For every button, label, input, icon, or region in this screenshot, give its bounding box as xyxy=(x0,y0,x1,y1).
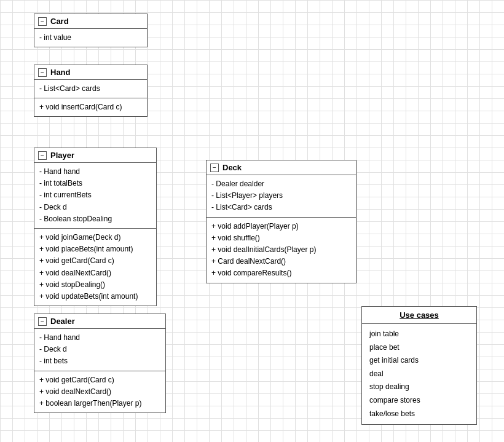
attr-player-1: - int totalBets xyxy=(39,178,151,189)
use-cases-box: Use cases join table place bet get initi… xyxy=(361,306,477,425)
class-deck-methods: + void addPlayer(Player p) + void shuffl… xyxy=(207,218,356,283)
attr-deck-0: - Dealer dealder xyxy=(211,178,351,190)
method-dealer-1: + void dealNextCard() xyxy=(39,386,160,398)
attr-player-0: - Hand hand xyxy=(39,166,151,178)
class-hand-methods: + void insertCard(Card c) xyxy=(34,98,147,116)
use-case-4: stop dealing xyxy=(369,381,469,394)
collapse-icon-dealer[interactable]: − xyxy=(38,317,47,326)
method-player-0: + void joinGame(Deck d) xyxy=(39,232,151,243)
method-deck-3: + Card dealNextCard() xyxy=(211,256,351,267)
class-player: − Player - Hand hand - int totalBets - i… xyxy=(34,148,157,306)
attr-dealer-2: - int bets xyxy=(39,355,160,367)
class-hand: − Hand - List<Card> cards + void insertC… xyxy=(34,65,148,117)
use-case-2: get initial cards xyxy=(369,354,469,368)
method-player-4: + void stopDealing() xyxy=(39,279,151,291)
class-deck-title: Deck xyxy=(222,163,242,172)
collapse-icon-player[interactable]: − xyxy=(38,151,47,160)
use-case-6: take/lose bets xyxy=(369,408,469,421)
class-deck: − Deck - Dealer dealder - List<Player> p… xyxy=(206,160,356,283)
class-dealer-title: Dealer xyxy=(50,317,75,326)
attr-player-4: - Boolean stopDealing xyxy=(39,213,151,225)
class-card-header: − Card xyxy=(34,14,147,29)
use-case-5: compare stores xyxy=(369,394,469,408)
class-player-title: Player xyxy=(50,151,74,160)
class-dealer: − Dealer - Hand hand - Deck d - int bets… xyxy=(34,314,166,413)
method-deck-4: + void compareResults() xyxy=(211,267,351,279)
class-dealer-attributes: - Hand hand - Deck d - int bets xyxy=(34,329,165,371)
use-case-1: place bet xyxy=(369,341,469,355)
class-dealer-methods: + void getCard(Card c) + void dealNextCa… xyxy=(34,371,165,413)
class-player-attributes: - Hand hand - int totalBets - int curren… xyxy=(34,163,156,229)
use-cases-title: Use cases xyxy=(362,307,476,324)
attr-hand-0: - List<Card> cards xyxy=(39,83,142,95)
class-card: − Card - int value xyxy=(34,14,148,47)
class-dealer-header: − Dealer xyxy=(34,314,165,329)
use-cases-body: join table place bet get initial cards d… xyxy=(362,324,476,424)
collapse-icon-deck[interactable]: − xyxy=(210,164,219,172)
collapse-icon-card[interactable]: − xyxy=(38,17,47,26)
method-deck-2: + void dealInitialCards(Player p) xyxy=(211,244,351,256)
method-dealer-0: + void getCard(Card c) xyxy=(39,374,160,386)
class-card-title: Card xyxy=(50,17,69,26)
attr-deck-1: - List<Player> players xyxy=(211,190,351,202)
method-hand-0: + void insertCard(Card c) xyxy=(39,101,142,113)
attr-deck-2: - List<Card> cards xyxy=(211,202,351,213)
method-player-5: + void updateBets(int amount) xyxy=(39,291,151,302)
attr-card-0: - int value xyxy=(39,32,142,44)
class-player-methods: + void joinGame(Deck d) + void placeBets… xyxy=(34,229,156,306)
class-player-header: − Player xyxy=(34,148,156,163)
collapse-icon-hand[interactable]: − xyxy=(38,68,47,77)
attr-player-3: - Deck d xyxy=(39,202,151,213)
class-hand-header: − Hand xyxy=(34,65,147,80)
attr-dealer-0: - Hand hand xyxy=(39,332,160,344)
attr-dealer-1: - Deck d xyxy=(39,344,160,355)
class-deck-attributes: - Dealer dealder - List<Player> players … xyxy=(207,175,356,218)
method-player-3: + void dealNextCard() xyxy=(39,267,151,279)
class-hand-attributes: - List<Card> cards xyxy=(34,80,147,98)
use-case-0: join table xyxy=(369,328,469,341)
class-hand-title: Hand xyxy=(50,68,71,77)
class-card-attributes: - int value xyxy=(34,29,147,47)
class-deck-header: − Deck xyxy=(207,160,356,175)
method-dealer-2: + boolean largerThen(Player p) xyxy=(39,398,160,409)
use-case-3: deal xyxy=(369,368,469,381)
method-deck-1: + void shuffle() xyxy=(211,232,351,244)
method-player-1: + void placeBets(int amount) xyxy=(39,243,151,255)
method-player-2: + void getCard(Card c) xyxy=(39,255,151,267)
attr-player-2: - int currentBets xyxy=(39,189,151,201)
method-deck-0: + void addPlayer(Player p) xyxy=(211,221,351,232)
